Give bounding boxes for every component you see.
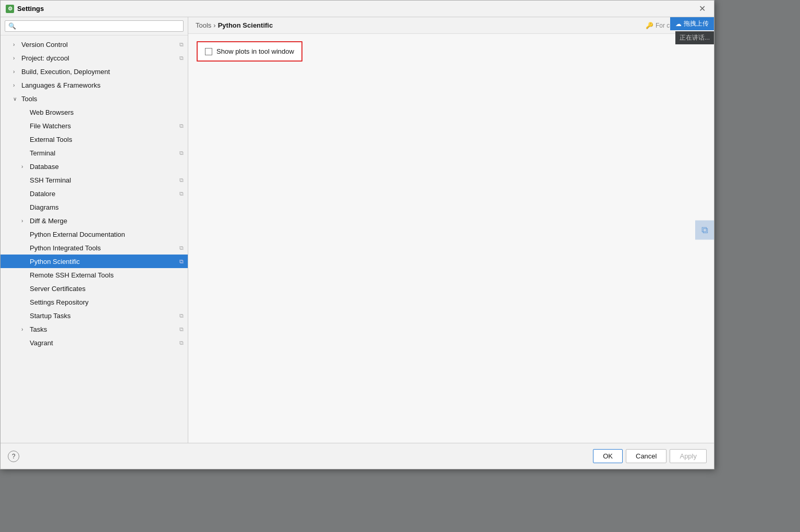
dialog-title-text: Settings: [17, 5, 44, 13]
expand-arrow: ›: [21, 164, 29, 170]
expand-arrow: ›: [21, 327, 29, 332]
copy-icon: ⧉: [179, 245, 184, 251]
dialog-body: › Version Control ⧉ › Project: dyccool ⧉…: [1, 17, 714, 443]
sidebar-item-python-scientific[interactable]: Python Scientific ⧉: [1, 255, 188, 268]
breadcrumb: Tools › Python Scientific: [196, 21, 273, 29]
copy-icon: ⧉: [179, 177, 184, 184]
sidebar-item-label: Remote SSH External Tools: [30, 271, 114, 279]
sidebar-item-vagrant[interactable]: Vagrant ⧉: [1, 336, 188, 349]
help-button[interactable]: ?: [8, 451, 19, 462]
copy-icon: ⧉: [179, 123, 184, 129]
sidebar-item-label: SSH Terminal: [30, 176, 71, 184]
sidebar-item-label: Project: dyccool: [21, 54, 69, 62]
close-button[interactable]: ✕: [696, 3, 709, 15]
apply-label: Apply: [680, 452, 697, 460]
sidebar-item-label: Tools: [21, 95, 37, 103]
show-plots-checkbox[interactable]: [205, 48, 212, 55]
sidebar-item-label: Vagrant: [30, 339, 53, 347]
sidebar-item-database[interactable]: › Database: [1, 160, 188, 173]
speaking-badge: 正在讲话...: [675, 31, 714, 44]
sidebar-item-label: Build, Execution, Deployment: [21, 68, 110, 76]
sidebar-item-label: Python Scientific: [30, 258, 80, 265]
sidebar-item-label: Python External Documentation: [30, 231, 125, 238]
show-plots-option[interactable]: Show plots in tool window: [197, 41, 302, 62]
upload-icon: ☁: [675, 20, 682, 28]
help-icon: ?: [12, 453, 16, 460]
expand-arrow: ∨: [13, 96, 20, 102]
breadcrumb-separator: ›: [213, 21, 215, 29]
sidebar-item-label: Database: [30, 163, 59, 171]
right-side-panel: ⧉: [695, 221, 714, 240]
copy-icon: ⧉: [179, 190, 184, 197]
sidebar-item-datalore[interactable]: Datalore ⧉: [1, 187, 188, 200]
sidebar-item-label: File Watchers: [30, 122, 71, 130]
sidebar-item-tasks[interactable]: › Tasks ⧉: [1, 322, 188, 336]
copy-icon: ⧉: [179, 150, 184, 156]
sidebar-item-terminal[interactable]: Terminal ⧉: [1, 146, 188, 160]
sidebar-item-python-integrated-tools[interactable]: Python Integrated Tools ⧉: [1, 241, 188, 255]
expand-arrow: ›: [13, 69, 20, 75]
sidebar-item-version-control[interactable]: › Version Control ⧉: [1, 38, 188, 51]
sidebar-item-label: Server Certificates: [30, 285, 86, 293]
ok-button[interactable]: OK: [593, 449, 623, 463]
sidebar-item-python-ext-doc[interactable]: Python External Documentation: [1, 227, 188, 241]
right-header: Tools › Python Scientific 🔑 For current …: [188, 17, 714, 34]
expand-arrow: ›: [13, 55, 20, 61]
sidebar-item-settings-repository[interactable]: Settings Repository: [1, 295, 188, 309]
sidebar-item-ssh-terminal[interactable]: SSH Terminal ⧉: [1, 173, 188, 187]
sidebar-item-external-tools[interactable]: External Tools: [1, 132, 188, 146]
sidebar-item-web-browsers[interactable]: Web Browsers: [1, 105, 188, 119]
copy-icon: ⧉: [179, 55, 184, 62]
ok-label: OK: [603, 452, 613, 460]
left-panel: › Version Control ⧉ › Project: dyccool ⧉…: [1, 17, 188, 443]
footer-left: ?: [8, 451, 19, 462]
sidebar-item-label: Version Control: [21, 41, 68, 49]
expand-arrow: ›: [13, 42, 20, 47]
sidebar-item-label: Diagrams: [30, 203, 59, 211]
sidebar-item-diagrams[interactable]: Diagrams: [1, 200, 188, 214]
title-bar: ⚙ Settings ✕: [1, 1, 714, 17]
expand-arrow: ›: [21, 218, 29, 224]
tree-container: › Version Control ⧉ › Project: dyccool ⧉…: [1, 35, 188, 443]
sidebar-item-project-dyccool[interactable]: › Project: dyccool ⧉: [1, 51, 188, 65]
sidebar-item-label: Terminal: [30, 149, 55, 157]
current-project-icon: 🔑: [646, 22, 653, 29]
sidebar-item-label: Startup Tasks: [30, 312, 71, 320]
sidebar-item-label: External Tools: [30, 136, 72, 143]
sidebar-item-server-certificates[interactable]: Server Certificates: [1, 282, 188, 295]
sidebar-item-label: Tasks: [30, 325, 47, 333]
sidebar-item-label: Datalore: [30, 190, 55, 198]
search-input[interactable]: [5, 20, 184, 32]
expand-arrow: ›: [13, 82, 20, 88]
upload-label: 拖拽上传: [684, 19, 709, 28]
dialog-title: ⚙ Settings: [6, 5, 44, 13]
copy-icon: ⧉: [179, 41, 184, 48]
speaking-label: 正在讲话...: [680, 34, 710, 41]
sidebar-item-startup-tasks[interactable]: Startup Tasks ⧉: [1, 309, 188, 322]
sidebar-item-diff-merge[interactable]: › Diff & Merge: [1, 214, 188, 227]
sidebar-item-build-execution[interactable]: › Build, Execution, Deployment: [1, 65, 188, 78]
upload-button[interactable]: ☁ 拖拽上传: [670, 17, 714, 30]
footer-buttons: OK Cancel Apply: [593, 449, 707, 463]
dialog-icon: ⚙: [6, 5, 14, 13]
sidebar-item-label: Web Browsers: [30, 108, 74, 116]
sidebar-item-label: Languages & Frameworks: [21, 81, 101, 89]
sidebar-item-tools[interactable]: ∨ Tools: [1, 92, 188, 105]
search-box: [1, 17, 188, 35]
cancel-label: Cancel: [636, 452, 657, 460]
sidebar-item-label: Diff & Merge: [30, 217, 67, 225]
breadcrumb-parent: Tools: [196, 21, 211, 29]
copy-icon: ⧉: [179, 258, 184, 265]
sidebar-item-label: Settings Repository: [30, 298, 89, 306]
apply-button[interactable]: Apply: [670, 449, 707, 463]
copy-icon: ⧉: [179, 340, 184, 346]
cancel-button[interactable]: Cancel: [626, 449, 666, 463]
sidebar-item-remote-ssh[interactable]: Remote SSH External Tools: [1, 268, 188, 282]
sidebar-item-label: Python Integrated Tools: [30, 244, 101, 252]
copy-icon: ⧉: [179, 326, 184, 333]
sidebar-item-languages-frameworks[interactable]: › Languages & Frameworks: [1, 78, 188, 92]
copy-icon: ⧉: [179, 312, 184, 319]
right-content: Show plots in tool window: [188, 34, 714, 443]
sidebar-item-file-watchers[interactable]: File Watchers ⧉: [1, 119, 188, 132]
right-side-icon: ⧉: [701, 225, 708, 236]
